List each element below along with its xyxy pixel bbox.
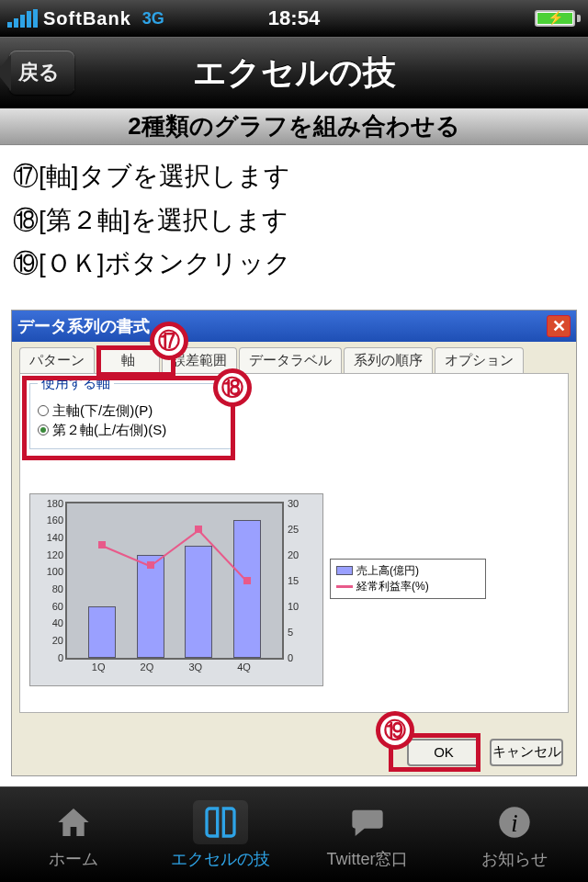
tab-excel-label: エクセルの技 <box>171 848 270 870</box>
bar <box>137 555 164 658</box>
tab-home[interactable]: ホーム <box>0 787 147 882</box>
tab-datalabels[interactable]: データラベル <box>239 347 342 373</box>
network-type: 3G <box>139 9 164 28</box>
tab-pattern[interactable]: パターン <box>19 347 95 373</box>
close-icon[interactable]: ✕ <box>547 315 571 337</box>
chart-legend: 売上高(億円) 経常利益率(%) <box>330 559 486 599</box>
annotation-17: ⑰ <box>150 322 188 360</box>
article-subtitle: 2種類のグラフを組み合わせる <box>0 108 588 145</box>
tab-options[interactable]: オプション <box>435 347 524 373</box>
book-icon <box>193 800 248 844</box>
chart-plot-area: 0204060801001201401601800510152025301Q2Q… <box>65 502 284 660</box>
ios-status-bar: SoftBank 3G 18:54 ⚡ <box>0 0 588 37</box>
tab-info-label: お知らせ <box>481 848 548 870</box>
battery-icon: ⚡ <box>535 10 581 27</box>
cancel-button[interactable]: キャンセル <box>490 739 563 766</box>
chart-preview: 0204060801001201401601800510152025301Q2Q… <box>29 493 323 686</box>
dialog-titlebar: データ系列の書式 ✕ <box>12 311 576 342</box>
back-button[interactable]: 戻る <box>9 51 74 95</box>
tab-seriesorder[interactable]: 系列の順序 <box>344 347 433 373</box>
tab-home-label: ホーム <box>49 848 98 870</box>
tab-twitter-label: Twitter窓口 <box>326 848 408 870</box>
step-list: ⑰[軸]タブを選択します ⑱[第２軸]を選択します ⑲[ＯＫ]ボタンクリック <box>0 145 588 295</box>
speech-icon <box>340 800 395 844</box>
bottom-tab-bar: ホーム エクセルの技 Twitter窓口 i お知らせ <box>0 786 588 882</box>
step-17: ⑰[軸]タブを選択します <box>13 154 575 198</box>
carrier-label: SoftBank <box>43 8 131 29</box>
step-19: ⑲[ＯＫ]ボタンクリック <box>13 242 575 286</box>
bar <box>185 546 212 657</box>
signal-strength-icon <box>7 9 38 28</box>
dialog-title: データ系列の書式 <box>17 315 150 337</box>
home-icon <box>46 800 101 844</box>
dialog-body: ⑱ 使用する軸 主軸(下/左側)(P) 第２軸(上/右側)(S) 0204060… <box>19 373 569 713</box>
tab-twitter[interactable]: Twitter窓口 <box>294 787 441 882</box>
tab-info[interactable]: i お知らせ <box>441 787 588 882</box>
annotation-18: ⑱ <box>213 368 252 407</box>
embedded-dialog-screenshot: データ系列の書式 ✕ ⑰ パターン 軸 誤差範囲 データラベル 系列の順序 オプ… <box>11 310 577 776</box>
legend-series-1: 売上高(億円) <box>356 563 419 579</box>
annotation-19: ⑲ <box>376 711 414 750</box>
nav-header: 戻る エクセルの技 <box>0 37 588 108</box>
bar <box>233 520 261 657</box>
svg-text:i: i <box>511 809 517 837</box>
highlight-radio-group <box>22 376 235 460</box>
back-button-label: 戻る <box>18 59 60 86</box>
page-title: エクセルの技 <box>0 51 588 96</box>
content-area: 2種類のグラフを組み合わせる ⑰[軸]タブを選択します ⑱[第２軸]を選択します… <box>0 108 588 786</box>
legend-series-2: 経常利益率(%) <box>356 579 429 594</box>
info-icon: i <box>487 800 542 844</box>
bar <box>88 606 116 658</box>
tab-excel[interactable]: エクセルの技 <box>147 787 294 882</box>
step-18: ⑱[第２軸]を選択します <box>13 198 575 243</box>
